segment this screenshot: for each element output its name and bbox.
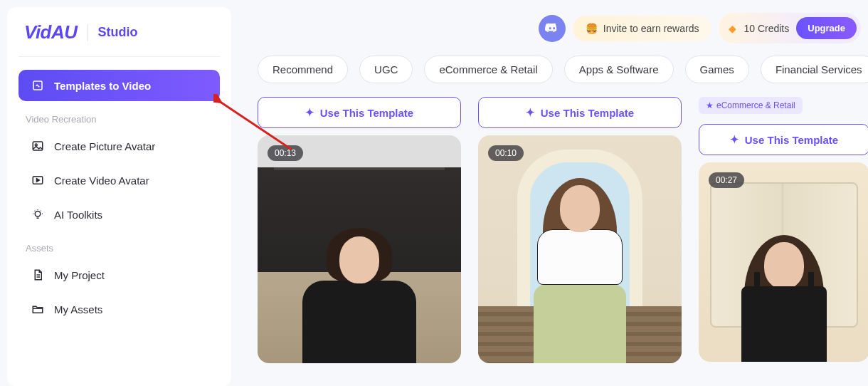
tab-ecommerce[interactable]: eCommerce & Retail bbox=[424, 56, 552, 83]
template-card-2: ✦ Use This Template 00:10 bbox=[478, 97, 682, 363]
sparkle-icon: ✦ bbox=[730, 133, 739, 146]
tab-games[interactable]: Games bbox=[685, 56, 749, 83]
use-template-button[interactable]: ✦ Use This Template bbox=[699, 124, 868, 155]
diamond-icon: ◆ bbox=[729, 23, 736, 34]
tab-financial[interactable]: Financial Services bbox=[761, 56, 868, 83]
video-icon bbox=[31, 174, 44, 187]
file-icon bbox=[31, 268, 44, 281]
video-thumbnail[interactable]: 00:13 bbox=[258, 135, 461, 363]
sparkle-icon: ✦ bbox=[526, 106, 535, 119]
duration-badge: 00:10 bbox=[488, 145, 524, 161]
video-thumbnail[interactable]: 00:27 bbox=[699, 162, 868, 362]
credits-pill[interactable]: ◆ 10 Credits Upgrade bbox=[719, 13, 861, 43]
nav-label: My Assets bbox=[54, 303, 102, 315]
use-label: Use This Template bbox=[320, 107, 413, 119]
templates-row: ✦ Use This Template 00:13 ✦ Use This Tem… bbox=[258, 97, 868, 363]
topbar: 🍔 Invite to earn rewards ◆ 10 Credits Up… bbox=[539, 13, 861, 43]
picture-icon bbox=[31, 140, 44, 152]
upgrade-button[interactable]: Upgrade bbox=[796, 17, 857, 39]
nav-create-video-avatar[interactable]: Create Video Avatar bbox=[18, 165, 220, 196]
nav-label: Create Video Avatar bbox=[54, 174, 149, 187]
nav-my-project[interactable]: My Project bbox=[18, 259, 220, 291]
brand-sub: Studio bbox=[98, 25, 138, 40]
tag-label: eCommerce & Retail bbox=[716, 100, 795, 110]
use-label: Use This Template bbox=[541, 107, 634, 119]
divider bbox=[88, 24, 88, 41]
folder-icon bbox=[31, 303, 44, 315]
credits-label: 10 Credits bbox=[743, 23, 789, 34]
star-icon: ★ bbox=[706, 100, 714, 110]
nav-label: Create Picture Avatar bbox=[54, 140, 155, 152]
duration-badge: 00:27 bbox=[709, 172, 744, 188]
category-tag[interactable]: ★ eCommerce & Retail bbox=[699, 97, 803, 114]
nav-label: Templates to Video bbox=[54, 80, 151, 92]
sidebar: VidAU Studio Templates to Video Video Re… bbox=[7, 7, 231, 386]
svg-point-4 bbox=[35, 212, 41, 217]
nav-my-assets[interactable]: My Assets bbox=[18, 293, 220, 325]
category-tabs: Recommend UGC eCommerce & Retail Apps & … bbox=[258, 56, 868, 83]
template-icon bbox=[31, 79, 44, 92]
nav-templates-to-video[interactable]: Templates to Video bbox=[18, 70, 220, 101]
discord-icon bbox=[544, 21, 560, 36]
tab-recommend[interactable]: Recommend bbox=[258, 56, 348, 83]
svg-rect-1 bbox=[33, 142, 43, 150]
nav-ai-toolkits[interactable]: AI Toolkits bbox=[18, 199, 220, 230]
nav-create-picture-avatar[interactable]: Create Picture Avatar bbox=[18, 130, 220, 162]
invite-label: Invite to earn rewards bbox=[603, 23, 699, 34]
discord-button[interactable] bbox=[539, 15, 566, 42]
nav-label: AI Toolkits bbox=[54, 209, 102, 221]
template-card-3: ★ eCommerce & Retail ✦ Use This Template… bbox=[699, 97, 868, 363]
use-label: Use This Template bbox=[745, 134, 838, 146]
svg-point-2 bbox=[35, 144, 37, 146]
use-template-button[interactable]: ✦ Use This Template bbox=[478, 97, 682, 128]
template-card-1: ✦ Use This Template 00:13 bbox=[258, 97, 461, 363]
sparkle-icon: ✦ bbox=[305, 106, 314, 119]
use-template-button[interactable]: ✦ Use This Template bbox=[258, 97, 461, 128]
lightbulb-icon bbox=[31, 208, 44, 221]
coins-icon: 🍔 bbox=[586, 23, 598, 34]
section-video-recreation: Video Recreation bbox=[18, 104, 220, 130]
duration-badge: 00:13 bbox=[268, 145, 303, 161]
video-thumbnail[interactable]: 00:10 bbox=[478, 135, 682, 363]
brand-logo: VidAU bbox=[24, 21, 78, 43]
nav-label: My Project bbox=[54, 269, 105, 281]
tab-apps-software[interactable]: Apps & Software bbox=[564, 56, 674, 83]
invite-button[interactable]: 🍔 Invite to earn rewards bbox=[573, 16, 712, 41]
logo-row[interactable]: VidAU Studio bbox=[18, 21, 220, 57]
section-assets: Assets bbox=[18, 233, 220, 259]
tab-ugc[interactable]: UGC bbox=[359, 56, 413, 83]
main-area: 🍔 Invite to earn rewards ◆ 10 Credits Up… bbox=[242, 0, 868, 386]
